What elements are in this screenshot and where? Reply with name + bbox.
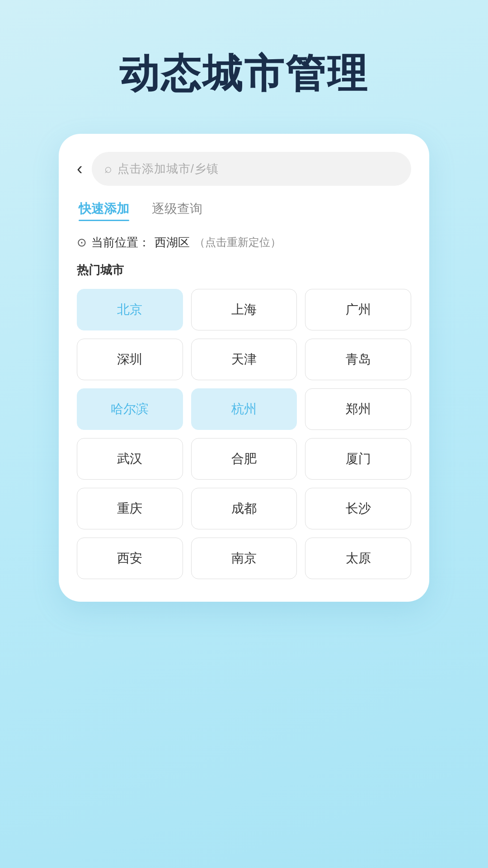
location-icon: ⊙ [77, 236, 87, 250]
city-button[interactable]: 青岛 [305, 339, 411, 380]
city-button[interactable]: 深圳 [77, 339, 183, 380]
city-grid: 北京上海广州深圳天津青岛哈尔滨杭州郑州武汉合肥厦门重庆成都长沙西安南京太原 [77, 289, 411, 579]
location-action: （点击重新定位） [194, 235, 281, 250]
city-button[interactable]: 西安 [77, 538, 183, 579]
section-title-hot-cities: 热门城市 [77, 262, 411, 278]
city-button[interactable]: 成都 [191, 488, 297, 529]
city-button[interactable]: 上海 [191, 289, 297, 330]
city-button[interactable]: 北京 [77, 289, 183, 330]
location-prefix: 当前位置： [91, 235, 150, 250]
city-button[interactable]: 太原 [305, 538, 411, 579]
tab-step-query[interactable]: 逐级查询 [152, 200, 202, 221]
city-button[interactable]: 杭州 [191, 388, 297, 430]
location-city: 西湖区 [155, 235, 190, 250]
city-button[interactable]: 重庆 [77, 488, 183, 529]
city-button[interactable]: 广州 [305, 289, 411, 330]
search-row: ‹ ⌕ 点击添加城市/乡镇 [77, 152, 411, 186]
tab-quick-add[interactable]: 快速添加 [79, 200, 129, 221]
search-bar[interactable]: ⌕ 点击添加城市/乡镇 [92, 152, 411, 186]
city-button[interactable]: 武汉 [77, 438, 183, 480]
back-button[interactable]: ‹ [77, 160, 83, 177]
search-placeholder: 点击添加城市/乡镇 [117, 161, 219, 177]
city-button[interactable]: 合肥 [191, 438, 297, 480]
search-icon: ⌕ [104, 162, 112, 175]
location-row[interactable]: ⊙ 当前位置： 西湖区 （点击重新定位） [77, 235, 411, 250]
page-title: 动态城市管理 [119, 50, 369, 98]
city-button[interactable]: 哈尔滨 [77, 388, 183, 430]
city-button[interactable]: 南京 [191, 538, 297, 579]
city-button[interactable]: 长沙 [305, 488, 411, 529]
city-button[interactable]: 郑州 [305, 388, 411, 430]
phone-mockup: ‹ ⌕ 点击添加城市/乡镇 快速添加 逐级查询 ⊙ 当前位置： 西湖区 （点击重… [59, 134, 429, 602]
city-button[interactable]: 天津 [191, 339, 297, 380]
city-button[interactable]: 厦门 [305, 438, 411, 480]
tabs-row: 快速添加 逐级查询 [77, 200, 411, 221]
